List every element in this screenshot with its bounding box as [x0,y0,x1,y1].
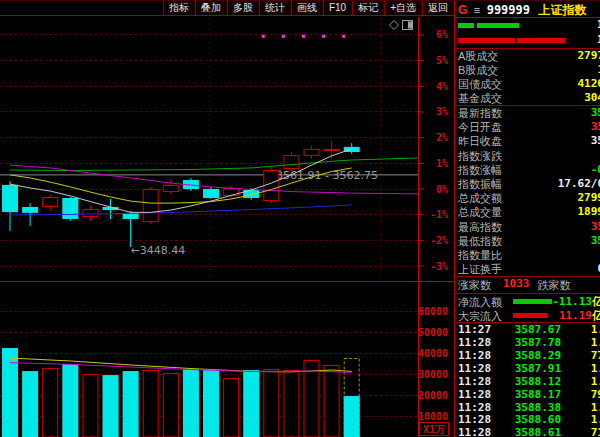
tick-time: 11:28 [458,349,495,362]
toolbar-button-multistock[interactable]: 多股 [227,1,259,15]
diamond-icon[interactable] [390,21,399,30]
new-high-dot [282,35,285,38]
toolbar-button-back[interactable]: 返回 [422,1,454,15]
panel-layout-icon-fill [408,22,412,29]
toolbar-button-drawline[interactable]: 画线 [291,1,323,15]
stat-row: 国债成交4126 [455,77,600,91]
flow-label: 净流入额 [458,296,502,308]
tick-row[interactable]: 11:283588.601. [455,413,600,426]
tick-time: 11:28 [458,375,495,388]
kline-chart[interactable]: 3561.91 - 3562.75←3448.446%5%4%3%2%1%0%-… [0,1,454,437]
stat-label: 总成交量 [458,205,502,219]
stat-row: 基金成交304 [455,91,600,105]
stock-code[interactable]: 999999 [487,3,530,17]
advancers-label: 涨家数 [458,277,491,293]
ask-bar-segment [458,38,515,43]
tick-row[interactable]: 11:283588.2977 [455,349,600,362]
volume-axis-label: 40000 [418,348,448,359]
stat-row: 总成交量1899 [455,205,600,219]
tick-time: 11:28 [458,426,495,437]
toolbar-button-stats[interactable]: 统计 [259,1,291,15]
tick-time: 11:28 [458,362,495,375]
stat-value: 1899 [578,205,600,219]
toolbar-button-mark[interactable]: 标记 [352,1,384,15]
tick-price: 3588.61 [495,426,561,437]
stat-row: 最高指数35 [455,220,600,234]
bid-strength-row: 1 [455,18,600,33]
stat-row: A股成交2797 [455,49,600,63]
toolbar-button-add-watchlist[interactable]: +自选 [384,1,422,15]
stat-label: B股成交 [458,63,498,77]
tick-row[interactable]: 11:283588.381. [455,401,600,414]
tick-row[interactable]: 11:283587.781. [455,336,600,349]
stat-row: B股成交1 [455,63,600,77]
pct-axis-label: 2% [436,132,448,143]
pct-axis-label: 1% [436,158,448,169]
tick-volume: 1. [561,401,600,414]
toolbar-button-overlay[interactable]: 叠加 [195,1,227,15]
stat-label: 指数涨跌 [458,149,502,163]
tick-volume: 77 [561,349,600,362]
net-inflow-bar [513,299,552,304]
toolbar-button-indicator[interactable]: 指标 [163,1,195,15]
new-high-dot [262,35,265,38]
stat-label: 今日开盘 [458,120,502,134]
tick-row[interactable]: 11:273587.671. [455,323,600,336]
stat-row: 最低指数35 [455,234,600,248]
annotations: 3561.91 - 3562.75←3448.44 [0,35,418,257]
tick-price: 3588.60 [495,413,561,426]
stat-value: 35 [591,120,600,134]
tick-time: 11:27 [458,323,495,336]
tick-row[interactable]: 11:283588.1779 [455,388,600,401]
tick-volume: 1. [561,323,600,336]
stat-value: 4126 [578,77,600,91]
tick-row[interactable]: 11:283588.121. [455,375,600,388]
pct-axis-label: 3% [436,106,448,117]
volume-axis-label: 50000 [418,327,448,338]
stat-row: 总成交额2799 [455,191,600,205]
pct-axis-label: -2% [430,235,448,246]
flow-value: -11.13 [552,295,592,308]
toolbar-button-f10[interactable]: F10 [323,1,352,15]
chart-corner-icons [390,21,413,30]
stat-label: 指数涨幅 [458,163,502,177]
tick-time: 11:28 [458,413,495,426]
tick-price: 3588.38 [495,401,561,414]
stat-row: 今日开盘35 [455,120,600,134]
pct-axis-label: -3% [430,261,448,272]
tick-time: 11:28 [458,401,495,414]
block-inflow-row: 大宗流入 11.19亿 [455,308,600,322]
tick-list: 11:273587.671. 11:283587.781. 11:283588.… [455,323,600,437]
volume-axis-label: 10000 [418,411,448,422]
low-point-label: ←3448.44 [131,244,186,257]
stock-name[interactable]: 上证指数 [538,3,586,17]
stat-row: 最新指数35 [455,106,600,120]
volume-unit-label: X1万 [423,424,445,435]
stat-label: 指数振幅 [458,177,502,191]
ask-bar-segment [517,38,565,43]
pct-axis-label: 6% [436,29,448,40]
candlestick-series [2,141,360,247]
tick-time: 11:28 [458,388,495,401]
tick-row[interactable]: 11:283588.6171 [455,426,600,437]
stat-value: 35 [591,106,600,120]
decliners-label: 跌家数 [538,277,571,293]
tick-price: 3588.17 [495,388,561,401]
tick-volume: 1. [561,413,600,426]
turnover-section: A股成交2797 B股成交1 国债成交4126 基金成交304 [455,49,600,106]
new-high-dot [322,35,325,38]
stat-row: 昨日收盘35 [455,134,600,148]
stat-value: 17.62/0 [558,177,600,191]
stat-value: 2799 [578,191,600,205]
pct-axis-label: 0% [436,184,448,195]
quote-header: G ≡ 999999 上证指数 [455,1,600,18]
tick-row[interactable]: 11:283587.911. [455,362,600,375]
market-breadth-row: 涨家数 1033 跌家数 [455,277,600,294]
stat-label: 最新指数 [458,106,502,120]
stat-row: 上证换手0 [455,262,600,276]
ma-blue [10,205,352,215]
menu-icon[interactable]: ≡ [474,4,480,16]
flow-label: 大宗流入 [458,310,502,322]
bid-bar-segment [458,23,474,28]
ask-strength-row: 1 [455,33,600,48]
